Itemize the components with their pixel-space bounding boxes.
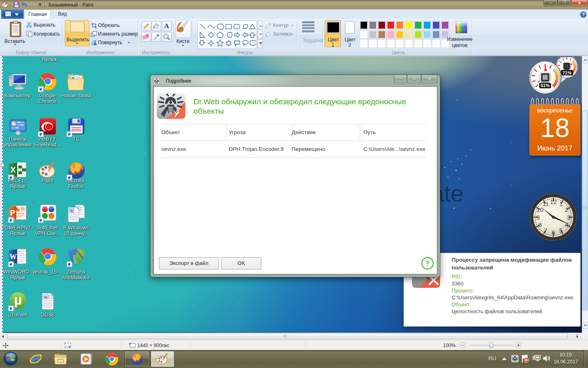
svg-text:2: 2 [565,206,568,213]
svg-text:71%: 71% [562,70,571,75]
svg-text:W: W [44,295,48,299]
svg-text:8: 8 [538,221,542,228]
svg-text:?: ? [425,260,430,267]
svg-text:X: X [10,165,16,174]
svg-text:51%: 51% [541,83,550,88]
svg-text:W: W [70,209,74,213]
svg-text:µ: µ [14,292,22,307]
svg-text:P: P [10,209,16,217]
svg-text:3: 3 [567,214,570,221]
svg-text:5: 5 [559,227,563,234]
svg-text:9: 9 [536,214,540,221]
svg-text:W: W [9,253,17,261]
svg-text:7: 7 [544,227,548,234]
svg-text:1: 1 [559,200,563,207]
svg-text:12: 12 [550,198,557,205]
svg-text:11: 11 [542,200,549,207]
svg-text:6: 6 [552,229,555,236]
